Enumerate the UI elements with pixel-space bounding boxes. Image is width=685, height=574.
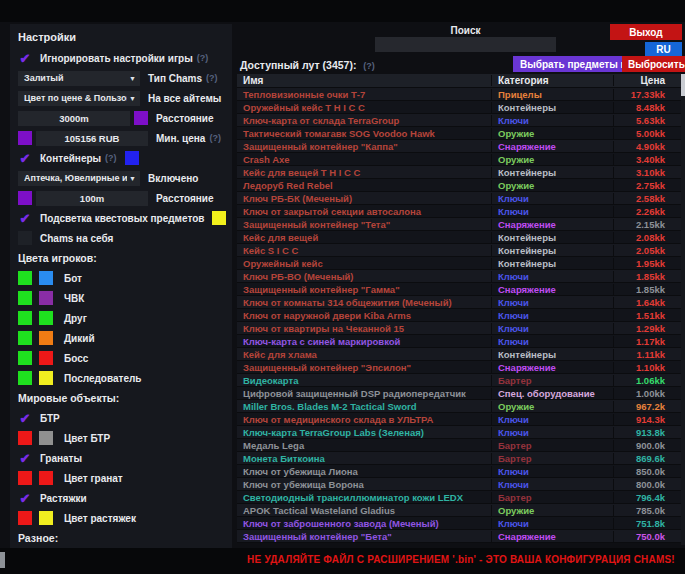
- table-row[interactable]: Ледоруб Red Rebel Оружие 2.75kk: [237, 179, 685, 192]
- item-category: Бартер: [491, 375, 613, 386]
- color-mode-label: На все айтемы: [148, 93, 221, 104]
- min-price-input[interactable]: 105156 RUB: [36, 131, 148, 146]
- grenade-color-swatch-2[interactable]: [39, 471, 53, 485]
- player-color-swatch-2[interactable]: [39, 351, 53, 365]
- tripwire-color-row: Цвет растяжек: [18, 510, 224, 526]
- min-price-color-swatch[interactable]: [18, 131, 32, 145]
- table-row[interactable]: Ключ-карта с синей маркировкой Ключи 1.1…: [237, 335, 685, 348]
- table-row[interactable]: Светодиодный трансиллюминатор кожи LEDX …: [237, 491, 685, 504]
- chams-self-row[interactable]: Chams на себя: [18, 230, 224, 246]
- containers-color-swatch[interactable]: [125, 151, 139, 165]
- player-color-swatch-2[interactable]: [39, 311, 53, 325]
- table-row[interactable]: Ключ-карта TerraGroup Labs (Зеленая) Клю…: [237, 426, 685, 439]
- table-row[interactable]: Оружейный кейс T H I C C Контейнеры 8.48…: [237, 101, 685, 114]
- table-row[interactable]: Защищенный контейнер "Эпсилон" Снаряжени…: [237, 361, 685, 374]
- distance-color-swatch[interactable]: [134, 111, 148, 125]
- table-row[interactable]: Ключ от заброшенного завода (Меченый) Кл…: [237, 517, 685, 530]
- ignore-game-settings-row[interactable]: ✔ Игнорировать настройки игры (?): [18, 50, 224, 66]
- table-row[interactable]: Ключ от наружной двери Kiba Arms Ключи 1…: [237, 309, 685, 322]
- item-price: 1.00kk: [613, 388, 685, 399]
- btr-color-swatch-2[interactable]: [39, 431, 53, 445]
- table-row[interactable]: Оружейный кейс Контейнеры 1.95kk: [237, 257, 685, 270]
- table-row[interactable]: Кейс для хлама Контейнеры 1.11kk: [237, 348, 685, 361]
- containers-filter-dropdown[interactable]: Аптечка, Ювелирные и... ▼: [18, 171, 140, 186]
- item-name: Кейс для хлама: [237, 349, 491, 360]
- quest-highlight-row[interactable]: ✔ Подсветка квестовых предметов: [18, 210, 224, 226]
- player-color-swatch-2[interactable]: [39, 331, 53, 345]
- chams-type-dropdown[interactable]: Залитый ▼: [18, 71, 140, 86]
- help-icon[interactable]: (?): [197, 53, 209, 63]
- checkbox-checked-icon[interactable]: ✔: [18, 451, 32, 465]
- search-input[interactable]: [375, 37, 556, 52]
- table-row[interactable]: Защищенный контейнер "Гамма" Снаряжение …: [237, 283, 685, 296]
- tripwire-color-swatch-2[interactable]: [39, 511, 53, 525]
- table-row[interactable]: Тактический томагавк SOG Voodoo Hawk Ору…: [237, 127, 685, 140]
- table-row[interactable]: Ключ от закрытой секции автосалона Ключи…: [237, 205, 685, 218]
- item-name: Медаль Lega: [237, 440, 491, 451]
- tripwire-color-swatch-1[interactable]: [18, 511, 32, 525]
- help-icon[interactable]: (?): [206, 73, 218, 83]
- item-price: 1.95kk: [613, 258, 685, 269]
- table-row[interactable]: Ключ-карта от склада TerraGroup Ключи 5.…: [237, 114, 685, 127]
- help-icon[interactable]: (?): [363, 61, 375, 71]
- player-color-swatch-2[interactable]: [39, 291, 53, 305]
- table-row[interactable]: Тепловизионные очки Т-7 Прицелы 17.33kk: [237, 88, 685, 101]
- table-row[interactable]: Кейс S I C C Контейнеры 2.05kk: [237, 244, 685, 257]
- settings-title: Настройки: [18, 31, 224, 43]
- help-icon[interactable]: (?): [105, 153, 117, 163]
- player-color-swatch-1[interactable]: [18, 371, 32, 385]
- table-row[interactable]: Монета Биткоина Бартер 869.6k: [237, 452, 685, 465]
- table-row[interactable]: Защищенный контейнер "Тета" Снаряжение 2…: [237, 218, 685, 231]
- language-button[interactable]: RU: [645, 42, 682, 57]
- btr-color-swatch-1[interactable]: [18, 431, 32, 445]
- table-row[interactable]: Защищенный контейнер "Каппа" Снаряжение …: [237, 140, 685, 153]
- player-color-swatch-1[interactable]: [18, 291, 32, 305]
- table-row[interactable]: Видеокарта Бартер 1.06kk: [237, 374, 685, 387]
- table-row[interactable]: Ключ от комнаты 314 общежития (Меченый) …: [237, 296, 685, 309]
- table-row[interactable]: Ключ от убежища Лиона Ключи 850.0k: [237, 465, 685, 478]
- table-row[interactable]: Ключ от убежища Ворона Ключи 800.0k: [237, 478, 685, 491]
- player-color-swatch-2[interactable]: [39, 371, 53, 385]
- item-category: Ключи: [491, 414, 613, 425]
- distance-input[interactable]: 3000m: [18, 111, 130, 126]
- checkbox-unchecked-icon[interactable]: [18, 231, 32, 245]
- drop-all-button[interactable]: Выбросить все: [622, 56, 685, 72]
- table-row[interactable]: Кейс для вещей Контейнеры 2.08kk: [237, 231, 685, 244]
- player-color-swatch-2[interactable]: [39, 271, 53, 285]
- table-row[interactable]: Ключ от квартиры на Чеканной 15 Ключи 1.…: [237, 322, 685, 335]
- table-row[interactable]: Crash Axe Оружие 3.40kk: [237, 153, 685, 166]
- tripwires-row[interactable]: ✔ Растяжки: [18, 490, 224, 506]
- scrollbar[interactable]: [681, 74, 685, 545]
- footer-bar: НЕ УДАЛЯЙТЕ ФАЙЛ С РАСШИРЕНИЕМ '.bin' - …: [0, 548, 685, 574]
- player-color-swatch-1[interactable]: [18, 271, 32, 285]
- player-color-swatch-1[interactable]: [18, 311, 32, 325]
- table-row[interactable]: Медаль Lega Бартер 900.0k: [237, 439, 685, 452]
- grenades-row[interactable]: ✔ Гранаты: [18, 450, 224, 466]
- table-row[interactable]: APOK Tactical Wasteland Gladius Оружие 7…: [237, 504, 685, 517]
- containers-distance-color-swatch[interactable]: [18, 191, 32, 205]
- checkbox-checked-icon[interactable]: ✔: [18, 51, 32, 65]
- player-color-swatch-1[interactable]: [18, 351, 32, 365]
- player-color-swatch-1[interactable]: [18, 331, 32, 345]
- table-row[interactable]: Ключ от медицинского склада в УЛЬТРА Клю…: [237, 413, 685, 426]
- table-row[interactable]: Цифровой защищенный DSP радиопередатчик …: [237, 387, 685, 400]
- help-icon[interactable]: (?): [209, 133, 221, 143]
- table-row[interactable]: Miller Bros. Blades M-2 Tactical Sword О…: [237, 400, 685, 413]
- exit-button[interactable]: Выход: [610, 24, 682, 40]
- resize-handle[interactable]: [0, 552, 5, 568]
- table-row[interactable]: Защищенный контейнер "Бета" Снаряжение 7…: [237, 530, 685, 543]
- btr-row[interactable]: ✔ БТР: [18, 410, 224, 426]
- grenade-color-swatch-1[interactable]: [18, 471, 32, 485]
- checkbox-checked-icon[interactable]: ✔: [18, 411, 32, 425]
- checkbox-checked-icon[interactable]: ✔: [18, 211, 32, 225]
- quest-color-swatch[interactable]: [212, 211, 226, 225]
- table-row[interactable]: Ключ РБ-ВО (Меченый) Ключи 1.85kk: [237, 270, 685, 283]
- checkbox-checked-icon[interactable]: ✔: [18, 491, 32, 505]
- color-mode-dropdown[interactable]: Цвет по цене & Пользователь ▼: [18, 91, 140, 106]
- scrollbar-thumb[interactable]: [681, 74, 685, 96]
- table-row[interactable]: Кейс для вещей T H I C C Контейнеры 3.10…: [237, 166, 685, 179]
- table-row[interactable]: Ключ РБ-БК (Меченый) Ключи 2.58kk: [237, 192, 685, 205]
- checkbox-checked-icon[interactable]: ✔: [18, 151, 32, 165]
- containers-row[interactable]: ✔ Контейнеры (?): [18, 150, 224, 166]
- containers-distance-input[interactable]: 100m: [36, 191, 148, 206]
